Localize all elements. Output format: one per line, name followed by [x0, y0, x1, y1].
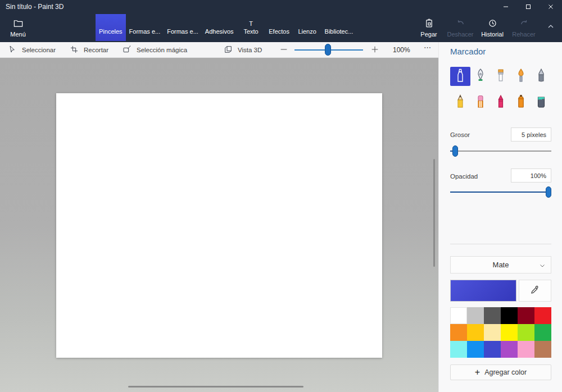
view-3d-label: Vista 3D	[238, 47, 262, 53]
tab-label: Lienzo	[298, 28, 316, 35]
tab-formas-3d[interactable]: Formas e...	[164, 14, 202, 41]
palette-color[interactable]	[534, 341, 551, 358]
add-color-button[interactable]: + Agregar color	[450, 364, 551, 380]
close-button[interactable]	[540, 0, 562, 14]
paint3d-window: Sin título - Paint 3D Menú	[0, 0, 562, 392]
maximize-button[interactable]	[517, 0, 540, 14]
palette-color[interactable]	[501, 307, 518, 324]
tab-label: Pinceles	[99, 28, 123, 35]
brush-crayon[interactable]	[491, 93, 511, 112]
brush-eraser[interactable]	[470, 93, 491, 112]
material-dropdown[interactable]: Mate	[450, 256, 551, 274]
thickness-slider-thumb[interactable]	[452, 145, 458, 157]
palette-color[interactable]	[484, 307, 501, 324]
tab-label: Formas e...	[129, 28, 161, 35]
redo-icon	[519, 18, 529, 30]
cursor-icon	[8, 45, 17, 55]
panel-divider	[450, 244, 551, 244]
menu-button[interactable]: Menú	[3, 14, 33, 41]
palette-color[interactable]	[501, 324, 518, 341]
oil-brush-icon	[494, 67, 507, 85]
drawing-canvas[interactable]	[56, 93, 382, 358]
thickness-slider[interactable]	[450, 145, 551, 157]
tab-formas-2d[interactable]: Formas e...	[126, 14, 164, 41]
eyedropper-button[interactable]	[519, 280, 551, 302]
vertical-scrollbar[interactable]	[433, 159, 435, 267]
marker-icon	[454, 67, 467, 85]
brush-fill-bucket[interactable]	[531, 93, 551, 112]
current-color-swatch[interactable]	[450, 280, 516, 302]
brush-spray-can[interactable]	[511, 93, 531, 112]
palette-color[interactable]	[534, 324, 551, 341]
plus-icon	[370, 45, 379, 55]
palette-color[interactable]	[450, 324, 467, 341]
app-header: Sin título - Paint 3D Menú	[0, 0, 562, 42]
palette-color[interactable]	[467, 307, 484, 324]
fill-bucket-icon	[534, 94, 548, 112]
palette-color[interactable]	[518, 341, 534, 358]
titlebar: Sin título - Paint 3D	[0, 0, 562, 14]
palette-color[interactable]	[467, 324, 484, 341]
palette-color[interactable]	[501, 341, 518, 358]
zoom-slider-thumb[interactable]	[325, 44, 331, 56]
plus-icon: +	[475, 368, 480, 377]
tab-lienzo[interactable]: Lienzo	[293, 14, 321, 41]
tab-pinceles[interactable]: Pinceles	[96, 14, 126, 41]
tab-label: Adhesivos	[205, 28, 234, 35]
opacity-input[interactable]: 100%	[511, 168, 551, 183]
opacity-slider-thumb[interactable]	[546, 186, 551, 198]
collapse-ribbon-button[interactable]	[541, 14, 561, 41]
work-area	[0, 58, 438, 392]
chevron-down-icon	[539, 262, 546, 269]
crop-icon	[70, 45, 79, 55]
brush-pencil[interactable]	[450, 93, 470, 112]
minimize-icon	[502, 2, 509, 12]
tab-efectos[interactable]: Efectos	[265, 14, 293, 41]
redo-button[interactable]: Rehacer	[508, 14, 540, 41]
palette-color[interactable]	[450, 307, 467, 324]
thickness-input[interactable]: 5 píxeles	[511, 127, 551, 142]
tab-label: Bibliotec...	[325, 28, 353, 35]
palette-color[interactable]	[518, 324, 534, 341]
horizontal-scrollbar[interactable]	[128, 386, 303, 388]
paste-clipboard-icon	[424, 18, 434, 30]
brush-oil[interactable]	[491, 67, 511, 86]
select-button[interactable]: Seleccionar	[8, 42, 56, 57]
view-3d-button[interactable]: Vista 3D	[224, 42, 262, 57]
brush-pixel-pen[interactable]	[531, 67, 551, 86]
view-3d-icon	[224, 45, 233, 55]
tab-biblioteca[interactable]: Bibliotec...	[321, 14, 357, 41]
history-button[interactable]: Historial	[477, 14, 508, 41]
zoom-slider[interactable]	[294, 42, 363, 57]
palette-color[interactable]	[484, 324, 501, 341]
palette-color[interactable]	[518, 307, 534, 324]
zoom-in-button[interactable]	[370, 42, 379, 57]
paste-label: Pegar	[420, 31, 437, 38]
palette-color[interactable]	[467, 341, 484, 358]
crop-button[interactable]: Recortar	[70, 42, 108, 57]
palette-color[interactable]	[484, 341, 501, 358]
palette-color[interactable]	[534, 307, 551, 324]
crop-label: Recortar	[84, 47, 108, 53]
more-options-button[interactable]: ⋯	[420, 43, 435, 52]
tab-adhesivos[interactable]: Adhesivos	[202, 14, 237, 41]
magic-select-button[interactable]: Selección mágica	[123, 42, 187, 57]
minimize-button[interactable]	[495, 0, 517, 14]
opacity-slider[interactable]	[450, 186, 551, 198]
text-icon: T	[249, 20, 253, 27]
panel-title: Marcador	[450, 47, 486, 56]
magic-select-icon	[123, 45, 132, 55]
brush-watercolor[interactable]	[511, 67, 531, 86]
opacity-slider-fill	[450, 192, 547, 193]
brush-calligraphy-pen[interactable]	[470, 67, 491, 86]
eraser-icon	[474, 94, 487, 112]
zoom-out-button[interactable]	[279, 42, 288, 57]
brush-marker[interactable]	[450, 67, 470, 86]
tab-texto[interactable]: T Texto	[237, 14, 265, 41]
undo-button[interactable]: Deshacer	[444, 14, 477, 41]
paste-button[interactable]: Pegar	[414, 14, 444, 41]
calligraphy-pen-icon	[474, 67, 487, 85]
palette-color[interactable]	[450, 341, 467, 358]
ribbon: Menú Pinceles Formas e... Formas e...	[0, 14, 562, 42]
zoom-level-value[interactable]: 100%	[393, 46, 410, 54]
